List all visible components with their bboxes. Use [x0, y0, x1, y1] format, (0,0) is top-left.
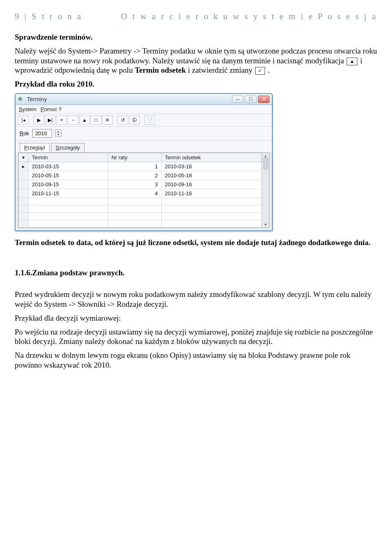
terminy-window: ❇ Terminy — ☐ ✕ System Pomoc ? |◂ ▶ ▶| +…: [15, 93, 273, 231]
toolbar-stop-icon[interactable]: □: [91, 116, 101, 125]
example-heading: Przykład dla roku 2010.: [15, 79, 377, 89]
scroll-down-icon[interactable]: ▾: [265, 222, 267, 227]
cell-nr: 1: [108, 162, 161, 171]
section-heading-1: Sprawdzenie terminów.: [15, 32, 377, 42]
cell-termin: 2010-03-15: [29, 162, 108, 171]
cell-termin: 2010-09-15: [29, 180, 108, 189]
modify-icon: ▲: [347, 58, 357, 65]
section-heading-2: 1.1.6.Zmiana podstaw prawnych.: [15, 268, 377, 278]
window-title: Terminy: [27, 96, 229, 103]
toolbar-edit-icon[interactable]: ▲: [79, 116, 90, 125]
toolbar-report-icon[interactable]: 📄: [145, 116, 155, 125]
cell-odsetek: 2010-11-16: [161, 189, 261, 198]
paragraph-1: Należy wejść do System-> Parametry -> Te…: [15, 46, 377, 75]
table-row[interactable]: 2010-05-15 2 2010-05-18: [19, 171, 262, 180]
scroll-thumb[interactable]: [263, 158, 268, 170]
paragraph-1-text-d: i zatwierdzić zmiany: [188, 66, 254, 74]
grid-wrapper: ▾ Termin Nr raty Termin odsetek ▸ 2010-0…: [18, 152, 270, 228]
toolbar-add-icon[interactable]: +: [56, 116, 67, 125]
paragraph-1-term: Termin odsetek: [135, 66, 186, 74]
paragraph-1-text-a: Należy wejść do System-> Parametry -> Te…: [15, 47, 377, 65]
cell-odsetek: 2010-09-16: [161, 180, 261, 189]
page-header: 9 | S t r o n a O t w a r c i e r o k u …: [15, 11, 377, 22]
col-termin-odsetek[interactable]: Termin odsetek: [161, 153, 261, 162]
col-nr-raty[interactable]: Nr raty: [108, 153, 161, 162]
minimize-button[interactable]: —: [232, 96, 243, 103]
cell-odsetek: 2010-03-16: [161, 162, 261, 171]
toolbar-last-icon[interactable]: ▶|: [45, 116, 56, 125]
window-titlebar: ❇ Terminy — ☐ ✕: [16, 94, 272, 105]
menu-pomoc[interactable]: Pomoc ?: [40, 106, 61, 112]
row-marker: [19, 189, 29, 198]
cell-termin: 2010-11-15: [29, 189, 108, 198]
maximize-button[interactable]: ☐: [245, 96, 256, 103]
table-row-empty: [19, 212, 262, 220]
toolbar-info-icon[interactable]: 🛈: [129, 116, 140, 125]
rok-input[interactable]: 2010: [32, 129, 52, 138]
toolbar-refresh-icon[interactable]: ↺: [118, 116, 128, 125]
table-row-empty: [19, 220, 262, 227]
header-right: O t w a r c i e r o k u w s y s t e m i …: [121, 11, 377, 22]
paragraph-6: Po wejściu na rodzaje decyzji ustawiamy …: [15, 327, 377, 347]
cell-nr: 3: [108, 180, 161, 189]
window-buttons: — ☐ ✕: [232, 96, 270, 103]
paragraph-3: Termin odsetek to data, od której są już…: [15, 238, 377, 248]
table-row-empty: [19, 198, 262, 205]
scroll-up-icon[interactable]: ▴: [265, 154, 267, 158]
table-row[interactable]: 2010-09-15 3 2010-09-16: [19, 180, 262, 189]
rok-label: Rok: [20, 130, 29, 136]
cell-nr: 4: [108, 189, 161, 198]
year-bar: Rok 2010 ▴▾: [16, 127, 272, 141]
tab-bar: Przegląd Szczegóły: [16, 141, 272, 152]
paragraph-5: Przykład dla decyzji wymiarowej:: [15, 313, 377, 323]
row-marker: ▸: [19, 162, 29, 171]
paragraph-4: Przed wydrukiem decyzji w nowym roku pod…: [15, 290, 377, 309]
vertical-scrollbar[interactable]: ▴ ▾: [262, 153, 269, 228]
table-row[interactable]: 2010-11-15 4 2010-11-16: [19, 189, 262, 198]
menu-system[interactable]: System: [19, 106, 36, 112]
toolbar-remove-icon[interactable]: −: [68, 116, 78, 125]
paragraph-7: Na drzewku w dolnym lewym rogu ekranu (o…: [15, 350, 377, 370]
table-row-empty: [19, 205, 262, 212]
rok-spinner[interactable]: ▴▾: [55, 129, 62, 137]
tab-przeglad[interactable]: Przegląd: [20, 143, 49, 152]
cell-nr: 2: [108, 171, 161, 180]
grid-header-row: ▾ Termin Nr raty Termin odsetek: [19, 153, 262, 162]
tab-szczegoly[interactable]: Szczegóły: [51, 143, 84, 152]
app-icon: ❇: [18, 96, 24, 103]
row-marker: [19, 180, 29, 189]
table-row[interactable]: ▸ 2010-03-15 1 2010-03-16: [19, 162, 262, 171]
cell-termin: 2010-05-15: [29, 171, 108, 180]
confirm-icon: ✓: [255, 67, 265, 75]
data-grid: ▾ Termin Nr raty Termin odsetek ▸ 2010-0…: [18, 153, 262, 228]
toolbar-cancel-icon[interactable]: ✕: [102, 116, 113, 125]
header-left: 9 | S t r o n a: [15, 11, 82, 21]
close-button[interactable]: ✕: [258, 96, 270, 103]
row-marker: [19, 171, 29, 180]
toolbar-first-icon[interactable]: |◂: [18, 116, 29, 125]
toolbar-play-icon[interactable]: ▶: [33, 116, 44, 125]
cell-odsetek: 2010-05-18: [161, 171, 261, 180]
toolbar: |◂ ▶ ▶| + − ▲ □ ✕ ↺ 🛈 📄: [16, 114, 272, 127]
paragraph-1-text-e: .: [268, 66, 270, 74]
col-termin[interactable]: Termin: [29, 153, 108, 162]
menu-bar: System Pomoc ?: [16, 105, 272, 114]
col-marker[interactable]: ▾: [19, 153, 29, 162]
